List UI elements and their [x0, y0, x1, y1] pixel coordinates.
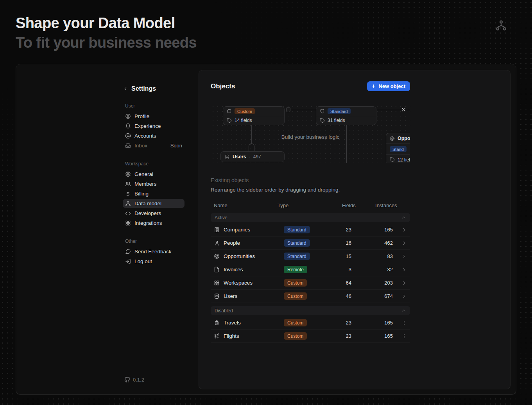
settings-back-button[interactable]: Settings	[123, 85, 184, 92]
sidebar-item-members[interactable]: Members	[123, 179, 184, 188]
instances-count: 462	[355, 240, 396, 246]
row-open-button[interactable]	[396, 254, 410, 259]
custom-type-badge: Custom	[235, 108, 255, 114]
sidebar-item-general[interactable]: General	[123, 170, 184, 179]
chevron-right-icon	[401, 280, 407, 286]
type-badge: Custom	[284, 292, 307, 300]
sidebar-item-label: Members	[134, 181, 156, 187]
users-node-label: Users	[233, 154, 246, 159]
table-row-opportunities[interactable]: OpportunitiesStandard1583	[211, 250, 410, 263]
sidebar-section-user: UserProfileExperienceAccountsInboxSoon	[123, 103, 184, 150]
column-instances: Instances	[359, 202, 400, 208]
instances-count: 203	[355, 280, 396, 286]
dollar-icon	[125, 191, 131, 197]
table-row-users[interactable]: UsersCustom46674	[211, 290, 410, 303]
sidebar-item-billing[interactable]: Billing	[123, 189, 184, 198]
sidebar-item-experience[interactable]: Experience	[123, 122, 184, 131]
sidebar-item-data-model[interactable]: Data model	[123, 199, 184, 208]
existing-objects-title: Existing objects	[211, 177, 410, 183]
group-label: Active	[215, 215, 227, 220]
objects-title: Objects	[211, 82, 235, 90]
standard-type-badge: Standard	[328, 108, 351, 114]
fields-count: 64	[342, 280, 355, 286]
users-node-separator: ·	[249, 154, 251, 159]
instances-count: 32	[355, 267, 396, 272]
sidebar-item-label: Developers	[134, 210, 161, 216]
luggage-icon	[214, 320, 220, 326]
row-menu-button[interactable]	[396, 320, 410, 326]
version-label: 0.1.2	[133, 377, 144, 383]
data-model-canvas[interactable]: Custom 14 fields Standard 31 fi	[211, 104, 410, 163]
sidebar-item-developers[interactable]: Developers	[123, 209, 184, 218]
settings-title: Settings	[131, 85, 156, 92]
sidebar-item-send-feedback[interactable]: Send Feedback	[123, 247, 184, 256]
data-model-icon	[125, 201, 131, 206]
object-name: Travels	[224, 320, 241, 326]
page-title: Shape your Data Model	[16, 15, 516, 32]
fields-count: 16	[342, 240, 355, 246]
sidebar-section-label: Workspace	[125, 161, 184, 167]
group-header-disabled[interactable]: Disabled	[211, 306, 410, 315]
sidebar-item-label: Log out	[134, 258, 152, 264]
row-open-button[interactable]	[396, 280, 410, 286]
users-icon	[125, 181, 131, 187]
canvas-node-custom[interactable]: Custom 14 fields	[223, 106, 285, 125]
row-open-button[interactable]	[396, 294, 410, 299]
new-object-button[interactable]: New object	[367, 81, 410, 91]
person-icon	[214, 240, 220, 246]
logout-icon	[125, 258, 131, 264]
canvas-node-users[interactable]: Users · 497	[220, 151, 285, 162]
canvas-caption: Build your business logic	[281, 134, 340, 140]
chevron-right-icon	[401, 294, 407, 299]
sidebar-item-log-out[interactable]: Log out	[123, 257, 184, 266]
dots-vertical-icon	[401, 320, 407, 326]
sidebar-item-integrations[interactable]: Integrations	[123, 219, 184, 228]
group-header-active[interactable]: Active	[211, 213, 410, 222]
type-badge: Custom	[284, 332, 307, 340]
row-open-button[interactable]	[396, 227, 410, 233]
table-row-flights[interactable]: FlightsCustom23165	[211, 330, 410, 343]
row-open-button[interactable]	[396, 267, 410, 272]
page-subtitle: To fit your business needs	[16, 34, 516, 51]
table-row-people[interactable]: PeopleStandard16462	[211, 237, 410, 250]
table-row-companies[interactable]: CompaniesStandard23165	[211, 223, 410, 237]
chevron-right-icon	[401, 254, 407, 259]
opportunities-node-label: Opportu	[398, 136, 410, 141]
type-badge: Standard	[284, 239, 310, 247]
row-menu-button[interactable]	[396, 333, 410, 339]
type-badge: Standard	[284, 253, 310, 260]
target-icon	[214, 253, 220, 259]
object-name: Users	[224, 293, 237, 299]
canvas-node-standard[interactable]: Standard 31 fields	[316, 106, 376, 125]
table-row-workspaces[interactable]: WorkspacesCustom64203	[211, 276, 410, 290]
object-shape-icon	[227, 109, 232, 114]
dots-vertical-icon	[401, 333, 407, 339]
row-open-button[interactable]	[396, 240, 410, 246]
canvas-edge	[251, 143, 254, 151]
close-icon[interactable]	[401, 107, 407, 113]
table-row-travels[interactable]: TravelsCustom23165	[211, 316, 410, 330]
instances-count: 83	[355, 253, 396, 259]
canvas-node-opportunities[interactable]: Opportu Stand 12 fiel	[386, 133, 410, 163]
new-object-label: New object	[378, 83, 405, 89]
fields-count: 15	[342, 253, 355, 259]
chevron-right-icon	[401, 267, 407, 272]
sidebar-item-profile[interactable]: Profile	[123, 112, 184, 121]
sidebar-item-label: Inbox	[134, 143, 147, 149]
edge-connector[interactable]	[286, 107, 290, 112]
github-icon	[124, 377, 130, 383]
sidebar-item-inbox[interactable]: InboxSoon	[123, 141, 184, 150]
fields-count: 3	[342, 267, 355, 272]
settings-window: Settings UserProfileExperienceAccountsIn…	[16, 64, 516, 395]
tag-icon	[320, 118, 325, 123]
sidebar-section-other: OtherSend FeedbackLog out	[123, 238, 184, 266]
file-icon	[214, 267, 220, 272]
type-badge: Standard	[284, 226, 310, 233]
object-name: People	[224, 240, 240, 246]
shield-icon	[320, 109, 325, 114]
table-row-invoices[interactable]: InvoicesRemote332	[211, 263, 410, 276]
instances-count: 674	[355, 293, 396, 299]
chevron-right-icon	[401, 227, 407, 233]
fields-count-label: 12 fiel	[398, 157, 410, 163]
sidebar-item-accounts[interactable]: Accounts	[123, 131, 184, 140]
